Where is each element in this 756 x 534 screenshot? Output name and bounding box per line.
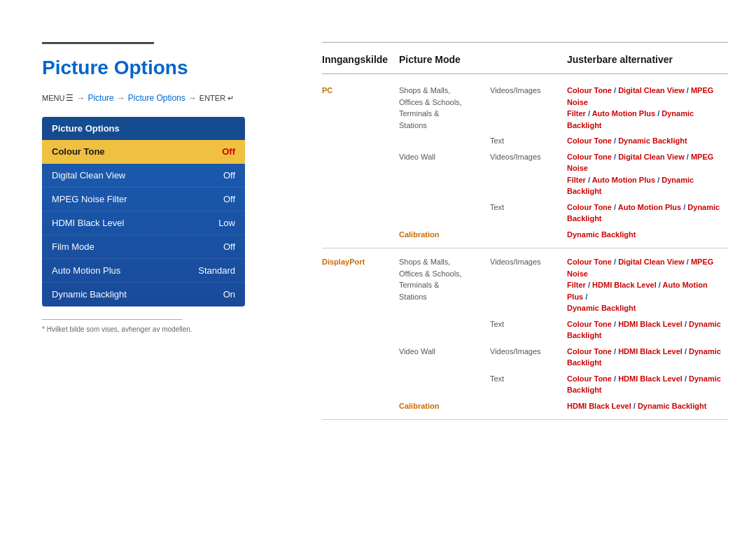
adjustable-1: Colour Tone / Digital Clean View / MPEG …	[567, 85, 728, 131]
picture-options-menu: Picture Options Colour Tone Off Digital …	[42, 117, 245, 307]
table-row: Text Colour Tone / HDMI Black Level / Dy…	[322, 316, 728, 344]
hdmi-black-value: Low	[218, 218, 235, 228]
mpeg-noise-value: Off	[223, 194, 235, 204]
digital-clean-view-label: Digital Clean View	[52, 170, 125, 181]
colour-tone-label: Colour Tone	[52, 146, 105, 157]
dynamic-backlight-value: On	[223, 289, 235, 300]
source-pc: PC	[322, 85, 399, 97]
adjustable-5: Dynamic Backlight	[567, 229, 728, 241]
submode-text-1: Text	[490, 135, 567, 147]
menu-item-hdmi-black[interactable]: HDMI Black Level Low	[42, 211, 245, 235]
adjustable-4: Colour Tone / Auto Motion Plus / Dynamic…	[567, 202, 728, 225]
auto-motion-value: Standard	[198, 265, 235, 276]
menu-item-digital-clean-view[interactable]: Digital Clean View Off	[42, 164, 245, 188]
submode-videos-dp: Videos/Images	[490, 256, 567, 268]
table-row: Video Wall Videos/Images Colour Tone / H…	[322, 344, 728, 371]
header-submode	[490, 54, 567, 69]
header-source: Inngangskilde	[322, 54, 399, 69]
submode-videos-dp2: Videos/Images	[490, 346, 567, 358]
menu-item-dynamic-backlight[interactable]: Dynamic Backlight On	[42, 283, 245, 307]
source-displayport: DisplayPort	[322, 256, 399, 268]
table-row: Calibration HDMI Black Level / Dynamic B…	[322, 398, 728, 414]
mpeg-noise-label: MPEG Noise Filter	[52, 194, 127, 204]
top-rule-right	[322, 42, 728, 43]
digital-clean-view-value: Off	[223, 170, 235, 181]
adjustable-9: Colour Tone / HDMI Black Level / Dynamic…	[567, 373, 728, 396]
header-adjustable: Justerbare alternativer	[567, 54, 728, 69]
page-title: Picture Options	[42, 57, 287, 79]
table-header: Inngangskilde Picture Mode Justerbare al…	[322, 54, 728, 69]
adjustable-3: Colour Tone / Digital Clean View / MPEG …	[567, 151, 728, 197]
table-row: PC Shops & Malls,Offices & Schools,Termi…	[322, 83, 728, 133]
menu-item-mpeg-noise[interactable]: MPEG Noise Filter Off	[42, 188, 245, 211]
menu-item-auto-motion[interactable]: Auto Motion Plus Standard	[42, 259, 245, 283]
header-mode: Picture Mode	[399, 54, 490, 69]
adjustable-6: Colour Tone / Digital Clean View / MPEG …	[567, 256, 728, 314]
right-panel: Inngangskilde Picture Mode Justerbare al…	[308, 42, 728, 506]
film-mode-label: Film Mode	[52, 241, 94, 252]
left-panel: Picture Options MENU ☰ → Picture → Pictu…	[42, 42, 308, 506]
mode-calibration-1: Calibration	[399, 229, 490, 241]
table-section-displayport: DisplayPort Shops & Malls,Offices & Scho…	[322, 248, 728, 420]
bottom-rule	[42, 319, 182, 320]
mode-video-wall-1: Video Wall	[399, 151, 490, 163]
table-header-divider	[322, 73, 728, 74]
submode-videos-2: Videos/Images	[490, 151, 567, 163]
auto-motion-label: Auto Motion Plus	[52, 265, 120, 276]
film-mode-value: Off	[223, 241, 235, 252]
adjustable-10: HDMI Black Level / Dynamic Backlight	[567, 400, 728, 412]
mode-calibration-dp: Calibration	[399, 400, 490, 412]
mode-shops-dp: Shops & Malls,Offices & Schools,Terminal…	[399, 256, 490, 302]
submode-text-dp1: Text	[490, 318, 567, 330]
adjustable-8: Colour Tone / HDMI Black Level / Dynamic…	[567, 346, 728, 369]
hdmi-black-label: HDMI Black Level	[52, 218, 124, 228]
menu-symbol: ☰	[66, 93, 74, 103]
adjustable-2: Colour Tone / Dynamic Backlight	[567, 135, 728, 147]
submode-text-dp2: Text	[490, 373, 567, 385]
breadcrumb: MENU ☰ → Picture → Picture Options → ENT…	[42, 93, 287, 103]
top-rule-decoration	[42, 42, 154, 44]
submode-text-2: Text	[490, 202, 567, 213]
menu-item-colour-tone[interactable]: Colour Tone Off	[42, 140, 245, 164]
menu-box-title: Picture Options	[42, 117, 245, 140]
dynamic-backlight-label: Dynamic Backlight	[52, 289, 127, 300]
adjustable-7: Colour Tone / HDMI Black Level / Dynamic…	[567, 318, 728, 342]
table-row: DisplayPort Shops & Malls,Offices & Scho…	[322, 254, 728, 316]
menu-item-film-mode[interactable]: Film Mode Off	[42, 235, 245, 259]
colour-tone-value: Off	[222, 146, 235, 157]
table-section-pc: PC Shops & Malls,Offices & Schools,Termi…	[322, 77, 728, 248]
mode-shops: Shops & Malls,Offices & Schools,Terminal…	[399, 85, 490, 131]
submode-videos: Videos/Images	[490, 85, 567, 97]
menu-icon: MENU	[42, 94, 64, 102]
footnote: * Hvilket bilde som vises, avhenger av m…	[42, 325, 287, 333]
table-row: Video Wall Videos/Images Colour Tone / D…	[322, 149, 728, 199]
table-row: Text Colour Tone / Auto Motion Plus / Dy…	[322, 199, 728, 227]
table-row: Text Colour Tone / HDMI Black Level / Dy…	[322, 371, 728, 398]
mode-video-wall-dp: Video Wall	[399, 346, 490, 358]
table-row: Calibration Dynamic Backlight	[322, 227, 728, 243]
table-row: Text Colour Tone / Dynamic Backlight	[322, 133, 728, 149]
